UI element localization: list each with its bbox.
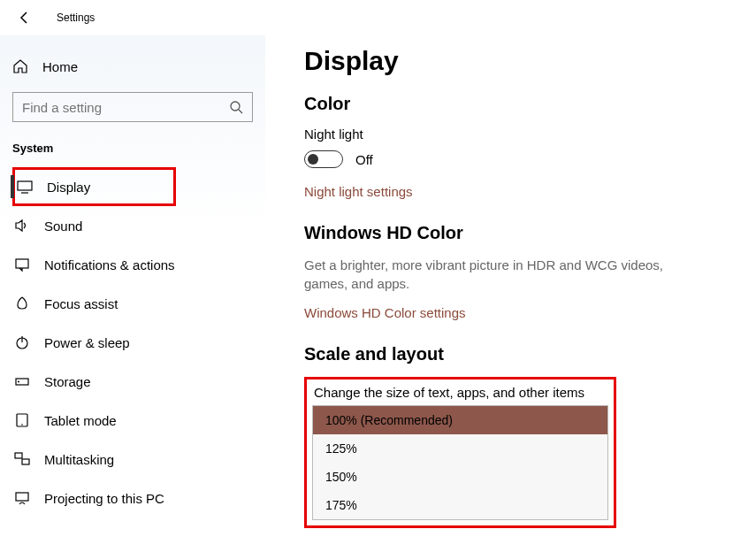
sidebar-item-label: Projecting to this PC [44, 491, 164, 506]
storage-icon [14, 373, 30, 389]
sidebar-item-focus-assist[interactable]: Focus assist [12, 284, 253, 323]
sidebar-home-label: Home [42, 59, 78, 74]
sidebar-item-label: Focus assist [44, 296, 118, 311]
svg-rect-13 [16, 493, 28, 501]
projecting-icon [14, 490, 30, 506]
page-title: Display [304, 46, 738, 76]
sidebar-item-label: Storage [44, 374, 91, 389]
night-light-toggle[interactable] [304, 150, 343, 168]
scale-option[interactable]: 175% [313, 491, 607, 519]
section-scale-heading: Scale and layout [304, 344, 738, 364]
sound-icon [14, 218, 30, 234]
sidebar-group-title: System [12, 142, 253, 155]
scale-dropdown[interactable]: 100% (Recommended) 125% 150% 175% [312, 405, 608, 520]
svg-rect-12 [22, 459, 29, 464]
sidebar-item-label: Multitasking [44, 452, 114, 467]
night-light-label: Night light [304, 126, 738, 142]
sidebar-item-sound[interactable]: Sound [12, 206, 253, 245]
app-title: Settings [57, 12, 95, 24]
section-hdcolor-heading: Windows HD Color [304, 223, 738, 243]
search-icon [229, 100, 243, 114]
svg-point-10 [21, 424, 23, 426]
arrow-left-icon [18, 11, 32, 25]
svg-line-1 [239, 110, 242, 113]
sidebar-item-power-sleep[interactable]: Power & sleep [12, 323, 253, 362]
main-content: Display Color Night light Off Night ligh… [265, 35, 756, 552]
back-button[interactable] [16, 9, 34, 27]
sidebar-item-notifications[interactable]: Notifications & actions [12, 245, 253, 284]
svg-point-0 [231, 102, 240, 111]
scale-option[interactable]: 150% [313, 463, 607, 491]
search-box[interactable] [12, 92, 253, 122]
search-input[interactable] [22, 100, 229, 115]
scale-option[interactable]: 100% (Recommended) [313, 406, 607, 434]
scale-label: Change the size of text, apps, and other… [314, 385, 608, 400]
sidebar-home[interactable]: Home [12, 48, 253, 85]
scale-highlight-box: Change the size of text, apps, and other… [304, 377, 616, 528]
sidebar-item-projecting[interactable]: Projecting to this PC [12, 479, 253, 518]
sidebar-item-label: Power & sleep [44, 335, 130, 350]
svg-rect-4 [16, 259, 28, 268]
power-icon [14, 334, 30, 350]
sidebar-item-storage[interactable]: Storage [12, 362, 253, 401]
sidebar-item-multitasking[interactable]: Multitasking [12, 440, 253, 479]
sidebar-item-display[interactable]: Display [12, 167, 176, 206]
svg-rect-2 [18, 181, 32, 190]
svg-point-8 [18, 381, 19, 383]
sidebar-item-label: Notifications & actions [44, 257, 175, 272]
toggle-knob [308, 154, 318, 165]
hdcolor-settings-link[interactable]: Windows HD Color settings [304, 305, 466, 320]
home-icon [12, 58, 28, 74]
multitasking-icon [14, 451, 30, 467]
display-icon [17, 179, 33, 195]
notifications-icon [14, 257, 30, 272]
sidebar-item-label: Tablet mode [44, 413, 117, 428]
focus-assist-icon [14, 295, 30, 311]
hdcolor-description: Get a brighter, more vibrant picture in … [304, 256, 676, 293]
sidebar-item-tablet-mode[interactable]: Tablet mode [12, 401, 253, 440]
night-light-settings-link[interactable]: Night light settings [304, 184, 413, 199]
scale-option[interactable]: 125% [313, 434, 607, 463]
section-color-heading: Color [304, 94, 738, 114]
night-light-state: Off [355, 152, 373, 167]
sidebar-item-label: Sound [44, 218, 82, 234]
tablet-icon [14, 412, 30, 428]
svg-rect-11 [15, 453, 22, 458]
sidebar: Home System Display Sound Notifica [0, 35, 265, 552]
sidebar-item-label: Display [47, 180, 90, 195]
